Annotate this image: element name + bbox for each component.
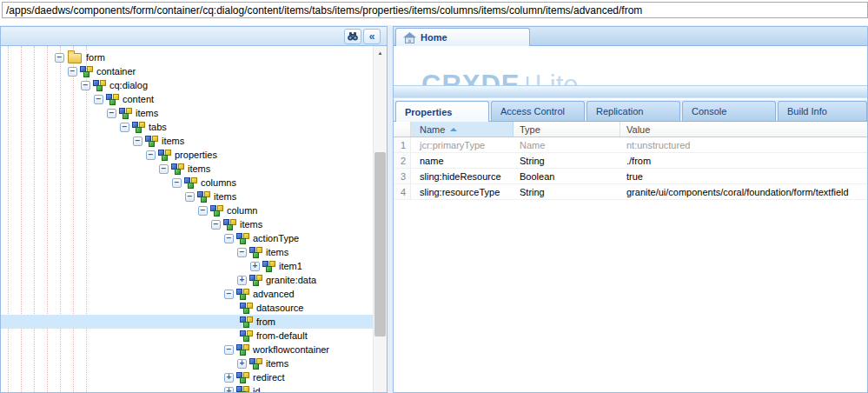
column-header-label: Value — [626, 124, 650, 135]
collapse-panel-button[interactable]: « — [363, 29, 381, 44]
workspace: « −form−container−cq:dialog−content−item… — [0, 25, 868, 393]
tree-node-label: properties — [175, 150, 217, 160]
collapse-toggle-icon[interactable]: − — [224, 345, 234, 355]
tree-node-label: column — [227, 205, 257, 216]
tab-label: Access Control — [500, 106, 565, 117]
tree-node-advanced[interactable]: −advanced — [1, 287, 373, 301]
tab-properties[interactable]: Properties — [395, 101, 489, 122]
node-icon — [262, 261, 275, 272]
collapse-toggle-icon[interactable]: − — [146, 150, 156, 160]
tree-node-column[interactable]: −column — [1, 203, 373, 217]
tree-node-actiontype[interactable]: −actionType — [1, 231, 373, 245]
tree-node-items[interactable]: −items — [1, 190, 373, 203]
property-row-sling-hideresource[interactable]: 3sling:hideResourceBooleantrue — [394, 169, 867, 184]
crxde-logo: CRXDE|Lite — [421, 72, 579, 85]
tree-node-items[interactable]: +items — [1, 356, 373, 370]
collapse-toggle-icon[interactable]: − — [120, 123, 129, 132]
expand-toggle-icon[interactable]: + — [224, 373, 234, 383]
column-header-value[interactable]: Value — [620, 122, 867, 137]
collapse-toggle-icon[interactable]: − — [107, 109, 116, 118]
tree-node-label: items — [136, 108, 158, 118]
property-name: jcr:primaryType — [411, 137, 514, 152]
tab-home[interactable]: Home — [395, 28, 530, 46]
collapse-toggle-icon[interactable]: − — [198, 206, 208, 216]
scroll-up-arrow-icon[interactable]: ▲ — [374, 46, 387, 59]
tab-console[interactable]: Console — [682, 101, 776, 121]
tree-node-columns[interactable]: −columns — [1, 176, 373, 190]
expand-toggle-icon[interactable]: + — [237, 359, 247, 369]
collapse-toggle-icon[interactable]: − — [211, 220, 221, 230]
tree-node-items[interactable]: −items — [1, 106, 373, 120]
tree-node-items[interactable]: −items — [1, 162, 373, 176]
search-button[interactable] — [344, 29, 361, 44]
tree-node-label: workflowcontainer — [253, 344, 329, 355]
collapse-toggle-icon[interactable]: − — [224, 234, 234, 243]
tab-home-label: Home — [421, 32, 447, 43]
tree-node-label: form — [86, 52, 105, 63]
collapse-toggle-icon[interactable]: − — [185, 192, 195, 202]
tab-build-info[interactable]: Build Info — [778, 101, 867, 121]
tree-body: −form−container−cq:dialog−content−items−… — [1, 46, 373, 392]
tree-node-cq-dialog[interactable]: −cq:dialog — [1, 78, 373, 92]
tree-node-label: columns — [201, 177, 236, 188]
expand-toggle-icon[interactable]: + — [224, 387, 234, 393]
tab-replication[interactable]: Replication — [586, 101, 680, 121]
collapse-toggle-icon[interactable]: − — [81, 81, 90, 90]
path-input[interactable] — [2, 2, 868, 18]
properties-grid: NameTypeValue 1jcr:primaryTypeNament:uns… — [394, 122, 867, 392]
tree-node-properties[interactable]: −properties — [1, 148, 373, 162]
property-value: nt:unstructured — [620, 137, 867, 152]
collapse-toggle-icon[interactable]: − — [237, 248, 247, 257]
path-bar — [0, 0, 868, 25]
tree-node-items[interactable]: −items — [1, 217, 373, 231]
tree-scrollbar[interactable]: ▲ — [373, 46, 387, 392]
collapse-toggle-icon[interactable]: − — [133, 137, 142, 146]
tree-node-redirect[interactable]: +redirect — [1, 370, 373, 384]
tree-node-from-default[interactable]: from-default — [1, 329, 373, 343]
expand-toggle-icon[interactable]: + — [237, 276, 247, 285]
property-row-sling-resourcetype[interactable]: 4sling:resourceTypeStringgranite/ui/comp… — [394, 184, 867, 200]
tree-node-from[interactable]: from — [1, 315, 373, 329]
tree-node-item1[interactable]: +item1 — [1, 259, 373, 273]
property-row-name[interactable]: 2nameString./from — [394, 153, 867, 169]
tree-node-container[interactable]: −container — [1, 64, 373, 78]
collapse-toggle-icon[interactable]: − — [94, 95, 103, 104]
tab-access-control[interactable]: Access Control — [491, 101, 585, 121]
tree-node-label: granite:data — [266, 275, 316, 285]
tree-node-items[interactable]: −items — [1, 134, 373, 148]
tree-node-datasource[interactable]: datasource — [1, 301, 373, 315]
tree-node-items[interactable]: −items — [1, 245, 373, 259]
tree-node-content[interactable]: −content — [1, 92, 373, 106]
column-header-name[interactable]: Name — [411, 122, 514, 137]
grid-header: NameTypeValue — [394, 122, 867, 137]
node-icon — [249, 275, 262, 286]
column-header-type[interactable]: Type — [514, 122, 620, 137]
content-panel: Home CRXDE|Lite PropertiesAccess Control… — [393, 26, 868, 393]
collapse-toggle-icon[interactable]: − — [68, 67, 77, 77]
property-row-jcr-primarytype[interactable]: 1jcr:primaryTypeNament:unstructured — [394, 137, 867, 153]
node-icon — [171, 163, 184, 175]
tree-node-label: container — [96, 66, 136, 77]
property-type: String — [514, 153, 620, 168]
tab-label: Build Info — [787, 106, 827, 117]
row-number-column-header[interactable] — [394, 122, 411, 137]
scrollbar-thumb[interactable] — [374, 152, 386, 336]
tree-node-tabs[interactable]: −tabs — [1, 120, 373, 134]
node-icon — [223, 219, 236, 230]
collapse-toggle-icon[interactable]: − — [172, 178, 182, 188]
collapse-toggle-icon[interactable]: − — [55, 53, 64, 63]
tree-node-id[interactable]: +id — [1, 384, 373, 392]
tree-node-form[interactable]: −form — [1, 50, 373, 64]
collapse-toggle-icon[interactable]: − — [224, 290, 234, 299]
tree-node-granite-data[interactable]: +granite:data — [1, 273, 373, 287]
tree-node-workflowcontainer[interactable]: −workflowcontainer — [1, 343, 373, 356]
property-type: Boolean — [514, 169, 620, 183]
node-icon — [236, 386, 249, 393]
south-panel-header — [394, 85, 867, 98]
crxde-logo-main: CRXDE — [421, 72, 520, 85]
crxde-logo-divider: | — [520, 73, 535, 85]
expand-toggle-icon[interactable]: + — [250, 262, 260, 271]
collapse-toggle-icon[interactable]: − — [159, 164, 169, 174]
tree-toolbar: « — [1, 27, 387, 46]
column-header-label: Type — [520, 124, 540, 135]
